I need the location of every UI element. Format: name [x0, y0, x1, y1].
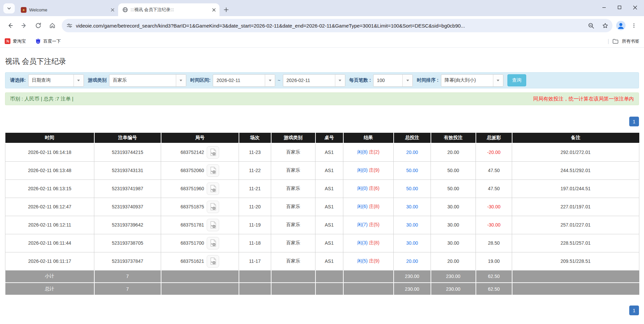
cell-session: 11-22	[239, 161, 271, 179]
svg-text:du: du	[37, 41, 39, 43]
currency-total-text: 币别 : 人民币 | 总共 :7 注单 |	[10, 96, 73, 102]
bookmarks-bar: 淘 爱淘宝 du 百度一下 | 所有书签	[0, 35, 644, 48]
home-icon	[49, 22, 56, 29]
back-button[interactable]	[3, 19, 17, 32]
per-page-label: 每页笔数 :	[349, 77, 371, 83]
caret-down-icon	[180, 80, 182, 81]
tab-welcome[interactable]: ♠ Welcome	[17, 3, 118, 16]
summary-empty	[512, 270, 639, 283]
video-replay-button[interactable]	[207, 183, 219, 195]
pagination-top: 1	[5, 117, 639, 126]
dropdown-caret[interactable]	[73, 75, 84, 86]
video-replay-button[interactable]	[207, 237, 219, 249]
date-end-select[interactable]: 2026-02-11	[283, 74, 345, 87]
forward-button[interactable]	[17, 19, 31, 32]
valid-bet-notice: 同局有效投注，统一计算在该局第一张注单内	[533, 96, 634, 102]
video-replay-button[interactable]	[207, 146, 219, 159]
cell-valid-bet: 30.00	[431, 216, 476, 234]
cell-round: 683752060	[161, 161, 239, 179]
reload-icon	[35, 22, 42, 29]
table-header-row: 时间注单编号局号场次游戏类别桌号结果总投注有效投注总派彩备注	[5, 133, 639, 143]
close-tab-icon[interactable]	[109, 7, 115, 13]
bookmark-label: 爱淘宝	[13, 38, 26, 44]
cell-table-no: AS1	[315, 252, 343, 270]
result-player: 闲(7)	[357, 222, 367, 227]
close-tab-icon[interactable]	[211, 7, 217, 13]
cell-total-bet: 50.00	[394, 161, 431, 179]
page-1-button[interactable]: 1	[629, 117, 639, 126]
summary-empty	[239, 270, 271, 283]
cell-table-no: AS1	[315, 198, 343, 216]
game-kind-select[interactable]: 百家乐	[109, 74, 186, 87]
cell-total-bet: 20.00	[394, 143, 431, 161]
caret-down-icon	[406, 80, 409, 81]
table-row: 2026-02-11 06:14:18 523193744215 6837521…	[5, 143, 639, 161]
cell-note: 228.51/257.01	[512, 234, 639, 252]
all-bookmarks-label: 所有书签	[622, 38, 639, 44]
new-tab-button[interactable]	[221, 5, 231, 14]
per-page-select[interactable]: 100	[373, 74, 413, 87]
caret-down-icon	[339, 80, 341, 81]
sort-select[interactable]: 降幂(由大到小)	[441, 74, 503, 87]
cell-result: 闲(0) 庄(6)	[343, 179, 394, 198]
maximize-button[interactable]	[612, 1, 627, 14]
cell-payout: -30.00	[476, 216, 512, 234]
url-text[interactable]: videoie.com/game/betrecord_search/kind3?…	[76, 23, 582, 29]
address-bar[interactable]: videoie.com/game/betrecord_search/kind3?…	[62, 19, 612, 32]
reload-button[interactable]	[32, 19, 45, 32]
tab-bet-record[interactable]: :::视讯 会员下注纪录:::	[118, 3, 219, 16]
dropdown-caret[interactable]	[335, 75, 345, 86]
result-banker: 庄(8)	[369, 204, 379, 209]
cell-valid-bet: 50.00	[431, 161, 476, 179]
bookmark-baidu[interactable]: du 百度一下	[35, 38, 61, 44]
bookmark-page-button[interactable]	[600, 20, 610, 31]
result-player: 闲(5)	[357, 258, 367, 264]
bookmark-taobao[interactable]: 淘 爱淘宝	[5, 38, 26, 44]
cell-result: 闲(8) 庄(2)	[343, 143, 394, 161]
avatar-icon	[616, 21, 626, 31]
cell-game-kind: 百家乐	[271, 198, 315, 216]
cell-note: 209.51/228.51	[512, 252, 639, 270]
date-start-select[interactable]: 2026-02-11	[213, 74, 275, 87]
video-replay-button[interactable]	[207, 164, 219, 177]
round-id: 683751781	[181, 222, 204, 228]
summary-empty	[315, 283, 343, 295]
cell-game-kind: 百家乐	[271, 252, 315, 270]
profile-button[interactable]	[615, 20, 627, 31]
cell-total-bet: 30.00	[394, 198, 431, 216]
dropdown-caret[interactable]	[402, 75, 412, 86]
browser-menu-button[interactable]	[627, 19, 641, 32]
query-type-select[interactable]: 日期查询	[28, 74, 84, 87]
summary-label: 小计	[5, 270, 94, 283]
summary-empty	[512, 283, 639, 295]
pagination-bottom: 1	[5, 306, 639, 315]
cell-bet-id: 523193740937	[94, 198, 161, 216]
dropdown-caret[interactable]	[493, 75, 503, 86]
video-file-icon	[209, 257, 217, 265]
video-replay-button[interactable]	[207, 255, 219, 268]
dropdown-caret[interactable]	[176, 75, 186, 86]
cell-game-kind: 百家乐	[271, 234, 315, 252]
home-button[interactable]	[46, 19, 59, 32]
video-replay-button[interactable]	[207, 201, 219, 213]
video-replay-button[interactable]	[207, 219, 219, 231]
search-button[interactable]: 查询	[507, 74, 526, 86]
star-icon	[602, 23, 608, 29]
cell-bet-id: 523193741987	[94, 179, 161, 198]
cell-bet-id: 523193744215	[94, 143, 161, 161]
divider: |	[608, 38, 609, 44]
minimize-icon	[602, 5, 606, 9]
cell-game-kind: 百家乐	[271, 179, 315, 198]
page-1-button[interactable]: 1	[629, 306, 639, 315]
minimize-button[interactable]	[596, 1, 612, 14]
zoom-button[interactable]	[586, 20, 596, 31]
round-id: 683751960	[181, 186, 204, 191]
tab-search-button[interactable]	[3, 3, 15, 13]
table-row: 2026-02-11 06:12:47 523193740937 6837518…	[5, 198, 639, 216]
result-player: 闲(8)	[357, 149, 367, 155]
cell-payout: -20.00	[476, 143, 512, 161]
video-file-icon	[209, 166, 217, 174]
all-bookmarks[interactable]: | 所有书签	[608, 38, 639, 44]
dropdown-caret[interactable]	[265, 75, 275, 86]
close-window-button[interactable]	[627, 1, 643, 14]
